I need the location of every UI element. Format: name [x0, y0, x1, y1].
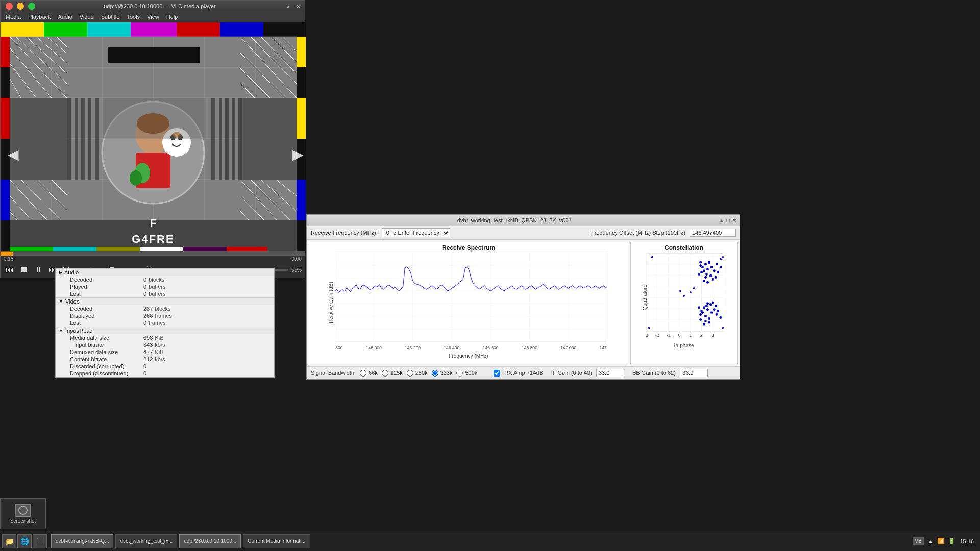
constellation-outlier3	[722, 327, 724, 329]
constellation-noise2	[683, 295, 685, 297]
svg-rect-15	[297, 67, 306, 98]
constellation-title: Constellation	[631, 242, 737, 253]
content-bitrate-unit: kb/s	[155, 356, 165, 362]
taskbar-battery-icon: 🔋	[948, 538, 955, 544]
vlc-winbtn-close[interactable]: ✕	[295, 4, 302, 9]
sdr-titlebar: dvbt_working_test_rxNB_QPSK_23_2K_v001 ▲…	[307, 215, 740, 226]
svg-rect-82	[140, 247, 183, 251]
bw-500k-label: 500k	[465, 370, 477, 376]
svg-rect-4	[131, 22, 177, 37]
taskbar-app-4[interactable]: Current Media Informati...	[243, 534, 310, 548]
taskbar-app-1[interactable]: dvbt-workingt-rxNB-Q...	[51, 534, 113, 548]
screenshot-label: Screenshot	[10, 518, 36, 524]
bw-250k-radio[interactable]	[407, 370, 413, 377]
screenshot-icon	[15, 504, 31, 517]
audio-played-value: 0	[143, 284, 146, 290]
inputread-section-label: Input/Read	[65, 328, 93, 334]
sdr-close-btn[interactable]: ✕	[732, 217, 737, 224]
audio-lost-unit: buffers	[149, 291, 165, 297]
svg-point-185	[703, 306, 705, 309]
taskbar-app-2-label: dvbt_working_test_rx...	[120, 538, 173, 544]
audio-decoded-value: 0	[143, 277, 146, 283]
bw-500k-radio[interactable]	[456, 370, 463, 377]
svg-point-196	[703, 323, 705, 326]
svg-point-172	[716, 263, 718, 265]
if-gain-input[interactable]	[596, 369, 624, 377]
svg-rect-63	[108, 47, 200, 63]
taskbar-terminal-btn[interactable]: ⬛	[33, 534, 47, 548]
taskbar-app-2[interactable]: dvbt_working_test_rx...	[115, 534, 177, 548]
menu-tools[interactable]: Tools	[124, 13, 143, 21]
sdr-offset-input[interactable]: 146.497400	[690, 229, 736, 237]
vlc-prev-btn[interactable]: ⏮	[4, 264, 16, 276]
bw-125k-label: 125k	[390, 370, 403, 376]
vlc-close-btn[interactable]	[6, 3, 13, 10]
svg-rect-89	[103, 98, 205, 139]
inputread-section-header[interactable]: ▼ Input/Read	[56, 327, 274, 334]
taskbar-browser-btn[interactable]: 🌐	[17, 534, 32, 548]
menu-view[interactable]: View	[144, 13, 162, 21]
sdr-freq-dropdown[interactable]: 0Hz Enter Frequency	[382, 228, 450, 237]
bw-66k-radio[interactable]	[360, 370, 366, 377]
menu-media[interactable]: Media	[3, 13, 24, 21]
audio-decoded-row: Decoded 0 blocks	[56, 276, 274, 283]
taskbar-app-1-label: dvbt-workingt-rxNB-Q...	[56, 538, 109, 544]
sdr-min-btn[interactable]: ▲	[719, 217, 724, 224]
menu-help[interactable]: Help	[163, 13, 181, 21]
svg-rect-98	[232, 98, 235, 180]
audio-section-header[interactable]: ▶ Audio	[56, 268, 274, 276]
constellation-x-label: In-phase	[631, 342, 737, 349]
discarded-label: Discarded (corrupted)	[60, 363, 141, 369]
svg-point-77	[130, 170, 142, 186]
vlc-window: udp://@230.0.10:10000 — VLC media player…	[0, 0, 305, 278]
svg-text:2: 2	[700, 333, 703, 338]
vlc-pause-btn[interactable]: ⏸	[32, 264, 44, 276]
dropped-value: 0	[143, 370, 146, 377]
taskbar-files-btn[interactable]: 📁	[2, 534, 16, 548]
menu-audio[interactable]: Audio	[55, 13, 76, 21]
bw-125k-radio[interactable]	[382, 370, 388, 377]
screenshot-button[interactable]: Screenshot	[0, 498, 46, 529]
audio-lost-label: Lost	[60, 291, 141, 297]
vlc-progress-bar[interactable]	[1, 252, 305, 256]
sdr-offset-label: Frequency Offset (MHz) Step (100Hz)	[591, 230, 685, 236]
svg-rect-6	[220, 22, 263, 37]
svg-text:146.200: 146.200	[405, 345, 421, 350]
svg-rect-9	[1, 67, 10, 98]
svg-point-180	[706, 281, 709, 284]
svg-point-182	[704, 315, 707, 317]
menu-video[interactable]: Video	[77, 13, 97, 21]
taskbar-app-3[interactable]: udp:/230.0.0.10:1000...	[179, 534, 241, 548]
vlc-stop-btn[interactable]: ⏹	[18, 264, 30, 276]
svg-rect-90	[67, 98, 71, 180]
svg-rect-1	[1, 22, 44, 37]
svg-rect-2	[44, 22, 87, 37]
svg-rect-84	[227, 247, 267, 251]
spectrum-svg: -20 -30 -40 -50 -60 -70 -80 145.800 146.…	[335, 253, 607, 352]
media-data-size-row: Media data size 698 KiB	[56, 334, 274, 341]
svg-point-199	[720, 316, 722, 319]
svg-point-165	[710, 266, 713, 268]
sdr-max-btn[interactable]: □	[726, 217, 730, 224]
svg-rect-8	[1, 37, 10, 67]
svg-text:146.400: 146.400	[444, 345, 459, 350]
constellation-noise1	[690, 291, 692, 293]
vlc-winbtn-collapse[interactable]: ▲	[284, 4, 292, 9]
vlc-menu-bar: Media Playback Audio Video Subtitle Tool…	[1, 12, 305, 22]
menu-subtitle[interactable]: Subtitle	[98, 13, 123, 21]
menu-playback[interactable]: Playback	[25, 13, 54, 21]
vlc-max-btn[interactable]	[28, 3, 35, 10]
bb-gain-input[interactable]	[680, 369, 708, 377]
rx-amp-checkbox[interactable]	[494, 370, 500, 377]
spectrum-y-label: Relative Gain (dB)	[328, 282, 334, 323]
constellation-outlier4	[648, 327, 650, 329]
bw-333k-radio[interactable]	[432, 370, 438, 377]
rx-amp-label: RX Amp +14dB	[504, 370, 543, 376]
svg-point-159	[701, 266, 704, 268]
video-section-header[interactable]: ▼ Video	[56, 297, 274, 305]
demuxed-data-size-row: Demuxed data size 477 KiB	[56, 348, 274, 356]
svg-point-173	[712, 278, 714, 281]
constellation-y-label: Quadrature	[642, 284, 648, 310]
audio-decoded-label: Decoded	[60, 277, 141, 283]
vlc-min-btn[interactable]	[17, 3, 24, 10]
